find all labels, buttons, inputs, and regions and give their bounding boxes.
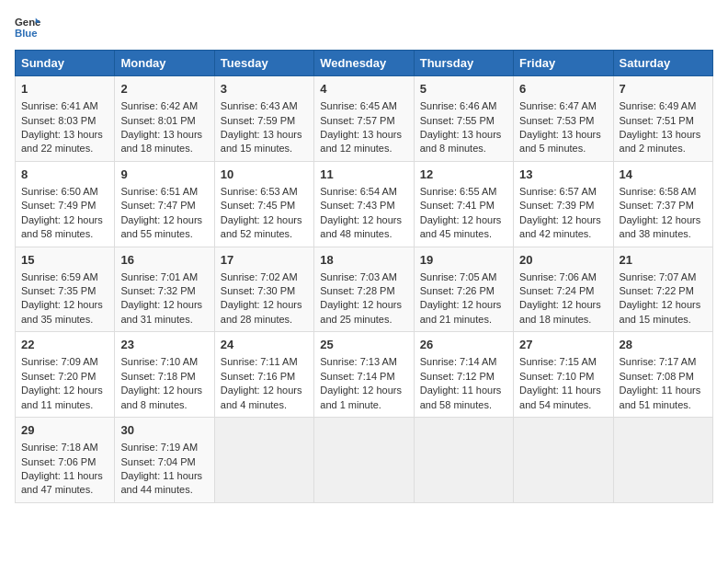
calendar-cell: 3Sunrise: 6:43 AMSunset: 7:59 PMDaylight… bbox=[214, 76, 313, 162]
day-info-line: and 25 minutes. bbox=[320, 313, 407, 327]
weekday-header-thursday: Thursday bbox=[414, 51, 513, 76]
day-number: 14 bbox=[620, 167, 707, 183]
day-info-line: Sunrise: 7:19 AM bbox=[120, 441, 208, 454]
day-info-line: Sunset: 7:10 PM bbox=[519, 370, 607, 384]
day-number: 17 bbox=[221, 252, 308, 269]
calendar-cell: 2Sunrise: 6:42 AMSunset: 8:01 PMDaylight… bbox=[115, 76, 214, 162]
weekday-header-sunday: Sunday bbox=[16, 51, 115, 76]
day-info-line: and 47 minutes. bbox=[21, 483, 108, 497]
day-info-line: Sunrise: 7:06 AM bbox=[519, 270, 607, 284]
day-info-line: and 2 minutes. bbox=[620, 142, 707, 155]
day-info-line: Sunrise: 7:17 AM bbox=[620, 355, 707, 369]
day-info-line: Daylight: 13 hours bbox=[519, 128, 607, 142]
day-info-line: Sunset: 7:12 PM bbox=[420, 370, 507, 384]
day-info-line: Sunrise: 6:46 AM bbox=[420, 99, 507, 113]
day-info-line: Daylight: 12 hours bbox=[620, 298, 707, 312]
day-info-line: Daylight: 12 hours bbox=[21, 213, 108, 227]
calendar-week-1: 1Sunrise: 6:41 AMSunset: 8:03 PMDaylight… bbox=[16, 76, 713, 162]
day-info-line: Daylight: 12 hours bbox=[420, 213, 507, 227]
day-info-line: and 52 minutes. bbox=[221, 227, 308, 241]
day-info-line: Sunrise: 7:10 AM bbox=[120, 355, 208, 369]
day-number: 9 bbox=[120, 167, 208, 183]
calendar-cell: 5Sunrise: 6:46 AMSunset: 7:55 PMDaylight… bbox=[414, 76, 513, 162]
day-info-line: Daylight: 12 hours bbox=[519, 298, 607, 312]
day-info-line: Sunrise: 6:47 AM bbox=[519, 99, 607, 113]
calendar-cell: 11Sunrise: 6:54 AMSunset: 7:43 PMDayligh… bbox=[314, 161, 414, 247]
calendar-week-3: 15Sunrise: 6:59 AMSunset: 7:35 PMDayligh… bbox=[16, 247, 713, 332]
calendar-week-5: 29Sunrise: 7:18 AMSunset: 7:06 PMDayligh… bbox=[16, 418, 713, 503]
weekday-header-friday: Friday bbox=[514, 51, 613, 76]
calendar-week-2: 8Sunrise: 6:50 AMSunset: 7:49 PMDaylight… bbox=[16, 161, 713, 247]
day-info-line: and 1 minute. bbox=[320, 398, 407, 412]
calendar-cell bbox=[214, 418, 313, 503]
day-info-line: Daylight: 11 hours bbox=[519, 384, 607, 397]
day-info-line: Sunrise: 6:41 AM bbox=[21, 99, 108, 113]
day-info-line: Sunset: 7:04 PM bbox=[120, 455, 208, 469]
day-info-line: and 35 minutes. bbox=[21, 313, 108, 327]
day-number: 4 bbox=[320, 81, 407, 98]
day-info-line: Sunset: 7:43 PM bbox=[320, 199, 407, 213]
day-info-line: and 5 minutes. bbox=[519, 142, 607, 155]
calendar-cell: 27Sunrise: 7:15 AMSunset: 7:10 PMDayligh… bbox=[514, 332, 613, 418]
day-info-line: Sunrise: 7:02 AM bbox=[221, 270, 308, 284]
day-info-line: Daylight: 12 hours bbox=[221, 298, 308, 312]
day-info-line: Sunset: 7:16 PM bbox=[221, 370, 308, 384]
day-number: 26 bbox=[420, 337, 507, 353]
calendar-cell: 9Sunrise: 6:51 AMSunset: 7:47 PMDaylight… bbox=[115, 161, 214, 247]
day-info-line: Sunset: 7:55 PM bbox=[420, 114, 507, 128]
weekday-header-wednesday: Wednesday bbox=[314, 51, 414, 76]
day-info-line: Sunrise: 7:03 AM bbox=[320, 270, 407, 284]
day-number: 11 bbox=[320, 167, 407, 183]
day-info-line: Sunrise: 7:13 AM bbox=[320, 355, 407, 369]
day-info-line: and 15 minutes. bbox=[620, 313, 707, 327]
day-info-line: Sunset: 7:06 PM bbox=[21, 455, 108, 469]
calendar-cell: 25Sunrise: 7:13 AMSunset: 7:14 PMDayligh… bbox=[314, 332, 414, 418]
day-number: 20 bbox=[519, 252, 607, 269]
day-info-line: Sunset: 7:30 PM bbox=[221, 284, 308, 298]
day-info-line: Daylight: 12 hours bbox=[519, 213, 607, 227]
day-info-line: and 45 minutes. bbox=[420, 227, 507, 241]
calendar-cell: 30Sunrise: 7:19 AMSunset: 7:04 PMDayligh… bbox=[115, 418, 214, 503]
day-info-line: and 18 minutes. bbox=[519, 313, 607, 327]
svg-text:Blue: Blue bbox=[15, 28, 38, 39]
day-number: 24 bbox=[221, 337, 308, 353]
day-info-line: Sunset: 7:08 PM bbox=[620, 370, 707, 384]
day-info-line: Sunrise: 7:09 AM bbox=[21, 355, 108, 369]
calendar-cell bbox=[414, 418, 513, 503]
day-info-line: Sunset: 7:51 PM bbox=[620, 114, 707, 128]
day-number: 25 bbox=[320, 337, 407, 353]
calendar-cell: 12Sunrise: 6:55 AMSunset: 7:41 PMDayligh… bbox=[414, 161, 513, 247]
day-info-line: Sunrise: 6:50 AM bbox=[21, 185, 108, 199]
day-info-line: and 15 minutes. bbox=[221, 142, 308, 155]
calendar-cell: 16Sunrise: 7:01 AMSunset: 7:32 PMDayligh… bbox=[115, 247, 214, 332]
calendar-week-4: 22Sunrise: 7:09 AMSunset: 7:20 PMDayligh… bbox=[16, 332, 713, 418]
day-number: 6 bbox=[519, 81, 607, 98]
day-info-line: Sunset: 7:41 PM bbox=[420, 199, 507, 213]
calendar-cell: 22Sunrise: 7:09 AMSunset: 7:20 PMDayligh… bbox=[16, 332, 115, 418]
calendar-table: SundayMondayTuesdayWednesdayThursdayFrid… bbox=[15, 50, 713, 503]
day-info-line: Sunrise: 7:11 AM bbox=[221, 355, 308, 369]
day-info-line: Sunset: 7:28 PM bbox=[320, 284, 407, 298]
day-info-line: Sunrise: 6:53 AM bbox=[221, 185, 308, 199]
day-info-line: Sunset: 8:03 PM bbox=[21, 114, 108, 128]
day-info-line: and 8 minutes. bbox=[120, 398, 208, 412]
day-info-line: Sunset: 7:57 PM bbox=[320, 114, 407, 128]
day-info-line: and 28 minutes. bbox=[221, 313, 308, 327]
day-info-line: Daylight: 12 hours bbox=[320, 384, 407, 397]
day-info-line: Daylight: 12 hours bbox=[420, 298, 507, 312]
calendar-cell: 13Sunrise: 6:57 AMSunset: 7:39 PMDayligh… bbox=[514, 161, 613, 247]
calendar-cell: 7Sunrise: 6:49 AMSunset: 7:51 PMDaylight… bbox=[613, 76, 712, 162]
day-info-line: Sunset: 7:47 PM bbox=[120, 199, 208, 213]
day-info-line: and 42 minutes. bbox=[519, 227, 607, 241]
day-info-line: Sunset: 8:01 PM bbox=[120, 114, 208, 128]
day-info-line: and 22 minutes. bbox=[21, 142, 108, 155]
day-info-line: Daylight: 13 hours bbox=[620, 128, 707, 142]
day-info-line: Daylight: 12 hours bbox=[21, 384, 108, 397]
day-info-line: and 48 minutes. bbox=[320, 227, 407, 241]
day-info-line: Sunrise: 7:14 AM bbox=[420, 355, 507, 369]
day-info-line: Sunrise: 6:42 AM bbox=[120, 99, 208, 113]
day-info-line: Daylight: 12 hours bbox=[120, 384, 208, 397]
day-info-line: Sunset: 7:45 PM bbox=[221, 199, 308, 213]
day-info-line: Sunrise: 6:57 AM bbox=[519, 185, 607, 199]
calendar-cell: 23Sunrise: 7:10 AMSunset: 7:18 PMDayligh… bbox=[115, 332, 214, 418]
